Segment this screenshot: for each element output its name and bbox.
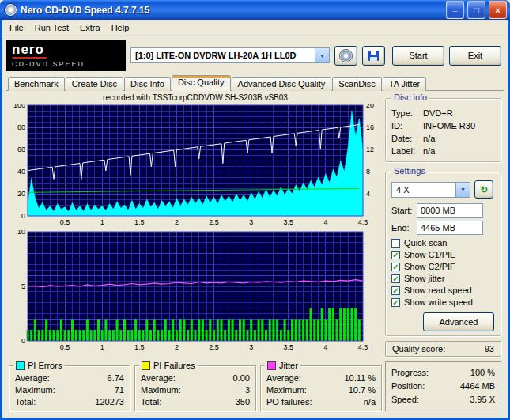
disc-info-group: Disc info Type:DVD+R ID:INFOME R30 Date:…: [385, 98, 501, 162]
disc-icon: [339, 49, 353, 62]
stat-label: Maximum:: [266, 384, 307, 396]
position-value: 4464 MB: [460, 380, 495, 393]
pi-errors-chart: 020406080100481216200.511.522.533.544.5: [9, 104, 382, 227]
tab-disc-quality[interactable]: Disc Quality: [172, 75, 231, 91]
close-button[interactable]: ×: [489, 1, 507, 19]
checkbox-box[interactable]: ✓: [391, 263, 400, 271]
app-window: Nero CD-DVD Speed 4.7.7.15 _ □ × File Ru…: [0, 0, 510, 420]
checkbox-quick-scan[interactable]: Quick scan: [391, 238, 495, 248]
svg-text:100: 100: [13, 104, 25, 109]
svg-text:10: 10: [17, 230, 25, 236]
position-label: Position:: [391, 380, 425, 393]
save-icon: [368, 51, 379, 61]
checkbox-label: Quick scan: [404, 238, 447, 248]
svg-text:2.5: 2.5: [209, 218, 219, 226]
svg-text:3.5: 3.5: [284, 218, 294, 226]
checkbox-show-read-speed[interactable]: ✓ Show read speed: [391, 286, 495, 295]
checkbox-box[interactable]: ✓: [391, 251, 400, 259]
svg-text:20: 20: [17, 190, 25, 198]
disc-info-label: Date:: [391, 132, 423, 145]
menu-file[interactable]: File: [4, 21, 29, 34]
chevron-down-icon[interactable]: ▼: [455, 183, 470, 197]
exit-button[interactable]: Exit: [449, 46, 501, 66]
tab-advanced-disc-quality[interactable]: Advanced Disc Quality: [232, 77, 332, 91]
tab-ta-jitter[interactable]: TA Jitter: [383, 77, 427, 91]
checkbox-show-c2-pif[interactable]: ✓ Show C2/PIF: [391, 262, 495, 271]
jitter-legend-icon: [267, 361, 276, 370]
svg-text:40: 40: [17, 168, 25, 176]
svg-text:3: 3: [249, 218, 253, 226]
tab-create-disc[interactable]: Create Disc: [66, 77, 123, 91]
checkbox-box[interactable]: ✓: [391, 298, 400, 307]
close-icon: ×: [495, 6, 500, 15]
advanced-button[interactable]: Advanced: [423, 312, 494, 331]
start-field-label: Start:: [391, 206, 417, 215]
menu-help[interactable]: Help: [106, 21, 135, 34]
titlebar: Nero CD-DVD Speed 4.7.7.15 _ □ ×: [0, 0, 510, 20]
checkbox-label: Show C2/PIF: [404, 262, 455, 271]
refresh-button[interactable]: ↻: [474, 180, 493, 199]
start-position-field[interactable]: 0000 MB: [417, 203, 483, 218]
stat-label: Total:: [15, 396, 36, 408]
svg-text:4: 4: [323, 218, 327, 226]
tabstrip: Benchmark Create Disc Disc Info Disc Qua…: [2, 75, 508, 91]
checkbox-label: Show read speed: [404, 286, 472, 295]
svg-text:2: 2: [175, 218, 179, 226]
svg-text:0.5: 0.5: [60, 343, 70, 351]
drive-select[interactable]: [1:0] LITE-ON DVDRW LH-20A 1H LL0D ▼: [130, 47, 330, 63]
jitter-title: Jitter: [279, 361, 298, 370]
svg-text:3: 3: [249, 343, 253, 351]
scan-speed-select[interactable]: 4 X ▼: [391, 182, 470, 198]
svg-text:80: 80: [17, 123, 25, 131]
tab-disc-info[interactable]: Disc Info: [124, 77, 171, 91]
disc-label-value: n/a: [423, 145, 495, 157]
stat-value: 350: [236, 396, 250, 408]
progress-panel: Progress:100 % Position:4464 MB Speed:3.…: [385, 361, 501, 411]
menubar: File Run Test Extra Help: [2, 20, 508, 36]
checkbox-show-c1-pie[interactable]: ✓ Show C1/PIE: [391, 250, 495, 259]
pi-errors-title: PI Errors: [28, 361, 62, 370]
start-button[interactable]: Start: [392, 46, 444, 66]
stats-row: PI Errors Average:6.74 Maximum:71 Total:…: [9, 358, 382, 411]
pi-errors-stats: PI Errors Average:6.74 Maximum:71 Total:…: [9, 365, 130, 411]
stat-label: Average:: [141, 373, 176, 384]
svg-text:2: 2: [175, 343, 179, 351]
checkbox-show-write-speed[interactable]: ✓ Show write speed: [391, 297, 495, 307]
pi-failures-title: PI Failures: [153, 361, 195, 370]
disc-info-label: Label:: [391, 145, 423, 157]
logo-product-text: CD·DVD SPEED: [12, 60, 119, 68]
settings-group-title: Settings: [391, 166, 428, 176]
stat-value: n/a: [364, 396, 376, 408]
svg-text:4: 4: [366, 190, 370, 198]
app-icon: [4, 3, 17, 17]
end-field-label: End:: [391, 223, 417, 233]
svg-text:16: 16: [366, 123, 374, 131]
quality-score-label: Quality score:: [392, 344, 445, 354]
minimize-button[interactable]: _: [446, 1, 464, 19]
stat-label: Average:: [266, 373, 301, 384]
chevron-down-icon[interactable]: ▼: [315, 48, 329, 62]
menu-run-test[interactable]: Run Test: [29, 21, 74, 34]
logo-swoosh: [12, 57, 47, 59]
tab-benchmark[interactable]: Benchmark: [8, 77, 65, 91]
tab-scandisc[interactable]: ScanDisc: [332, 77, 381, 91]
stat-label: Average:: [15, 373, 50, 384]
save-button[interactable]: [362, 46, 385, 66]
svg-text:12: 12: [366, 146, 374, 153]
pi-failures-legend-icon: [142, 361, 150, 370]
speed-label: Speed:: [391, 393, 419, 407]
disc-date-value: n/a: [423, 132, 495, 145]
disc-info-label: Type:: [391, 107, 423, 119]
charts-column: recorded with TSSTcorpCDDVDW SH-S203B vS…: [9, 93, 382, 411]
checkbox-show-jitter[interactable]: ✓ Show jitter: [391, 274, 495, 283]
checkbox-box[interactable]: ✓: [391, 286, 400, 295]
maximize-button[interactable]: □: [467, 1, 485, 19]
pi-errors-legend-icon: [16, 361, 25, 370]
end-position-field[interactable]: 4465 MB: [417, 221, 483, 235]
svg-text:3.5: 3.5: [284, 343, 294, 351]
checkbox-box[interactable]: ✓: [391, 274, 400, 283]
checkbox-box[interactable]: [391, 239, 400, 248]
progress-value: 100 %: [470, 366, 495, 380]
menu-extra[interactable]: Extra: [74, 21, 106, 34]
eject-disc-button[interactable]: [334, 46, 357, 66]
